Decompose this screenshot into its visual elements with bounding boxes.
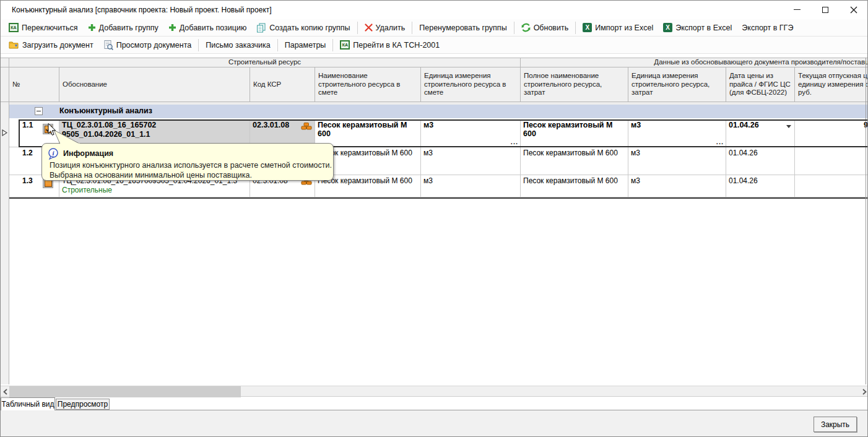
toolbar-separator (277, 39, 278, 51)
toolbar-documents: Загрузить документ Просмотр документа Пи… (1, 37, 868, 54)
row-indicator-strip (1, 102, 9, 384)
close-window-button[interactable] (840, 1, 868, 19)
row-1-1-unit-full-cell[interactable]: м3 ... (628, 119, 726, 147)
goto-ka-tsn-button[interactable]: КА Перейти в КА ТСН-2001 (335, 38, 445, 51)
row-1-1-price-cell[interactable]: 9 (795, 119, 868, 147)
maximize-button[interactable] (811, 1, 840, 19)
add-position-button[interactable]: Добавить позицию (163, 22, 252, 34)
preview-doc-icon (103, 40, 113, 50)
info-tooltip: i Информация Позиция конъюнктурного анал… (41, 143, 334, 181)
ka-icon: КА (9, 23, 19, 32)
toolbar-separator (514, 22, 514, 34)
current-row-marker-icon (2, 129, 7, 136)
toolbar-separator (357, 22, 358, 34)
row-1-3-unit-full-cell[interactable]: м3 (628, 175, 726, 197)
group-row-label: Конъюнктурный анализ (59, 106, 152, 115)
scrollbar-thumb[interactable] (9, 386, 241, 397)
renumber-groups-button[interactable]: Перенумеровать группы (414, 22, 511, 34)
export-excel-button[interactable]: X Экспорт в Excel (658, 21, 737, 34)
tab-preview[interactable]: Предпросмотр (56, 399, 110, 410)
row-1-3-price-date-cell[interactable]: 01.04.26 (726, 175, 795, 197)
export-gge-button[interactable]: Экспорт в ГГЭ (737, 22, 798, 34)
excel-icon: X (663, 23, 672, 32)
scroll-right-button[interactable] (860, 386, 868, 397)
chevron-right-icon (862, 389, 867, 395)
row-1-2-full-name-cell[interactable]: Песок керамзитовый М 600 (521, 147, 628, 175)
info-icon: i (48, 148, 59, 160)
close-icon (850, 6, 857, 14)
row-1-1-full-name-cell[interactable]: Песок керамзитовый М 600 (521, 119, 628, 147)
row-1-2-unit-estimate-cell[interactable]: м3 (421, 147, 521, 175)
toolbar-separator (575, 22, 576, 34)
scroll-left-button[interactable] (1, 386, 9, 397)
load-document-button[interactable]: Загрузить документ (4, 38, 98, 51)
ka-icon: КА (340, 40, 350, 50)
row-1-1-price-date-cell[interactable]: 01.04.26 (726, 119, 795, 147)
chevron-left-icon (3, 389, 7, 395)
tooltip-text-line: Выбрана на основании минимальной цены по… (50, 171, 252, 180)
copy-group-button[interactable]: Создать копию группы (251, 21, 355, 35)
horizontal-scrollbar[interactable] (1, 386, 868, 397)
title-bar: Конъюнктурный анализ [справочник проекта… (1, 1, 867, 19)
minimize-button[interactable] (783, 1, 811, 19)
column-header-basis[interactable]: Обоснование (59, 67, 250, 102)
column-header-ksr-code[interactable]: Код КСР (250, 67, 315, 102)
ellipsis-editor-button[interactable]: ... (511, 137, 518, 146)
bricks-icon (301, 122, 312, 130)
column-header-price-date[interactable]: Дата цены из прайса / ФГИС ЦС (для ФСБЦ-… (726, 67, 795, 102)
maximize-icon (822, 7, 828, 13)
collapse-group-button[interactable] (35, 107, 43, 115)
column-header-unit-full[interactable]: Единица измерения строительного ресурса,… (628, 67, 726, 102)
refresh-button[interactable]: Обновить (516, 21, 574, 34)
row-1-3-price-cell[interactable] (795, 175, 868, 197)
import-excel-button[interactable]: X Импорт из Excel (578, 21, 658, 34)
grid-right-border (866, 58, 866, 384)
close-button[interactable]: Закрыть (814, 417, 857, 432)
grid-corner (1, 58, 9, 67)
row-1-2-unit-full-cell[interactable]: м3 (628, 147, 726, 175)
row-1-1-unit-estimate-cell[interactable]: м3 ... (421, 119, 521, 147)
tooltip-title: Информация (63, 149, 113, 158)
column-header-name-estimate[interactable]: Наименование строительного ресурса в сме… (315, 67, 421, 102)
column-header-current-price[interactable]: Текущая отпускная цена за единицу измере… (795, 67, 868, 102)
mouse-cursor (48, 123, 57, 136)
tooltip-text-line: Позиция конъюнктурного анализа используе… (50, 161, 332, 170)
row-1-3-unit-estimate-cell[interactable]: м3 (421, 175, 521, 197)
minus-icon (37, 111, 41, 111)
band-supplier-document-data[interactable]: Данные из обосновывающего документа прои… (521, 58, 868, 67)
toolbar-separator (198, 39, 199, 51)
switch-button[interactable]: КА Переключиться (4, 21, 83, 34)
minimize-icon (794, 9, 801, 10)
footer-panel: Закрыть (1, 410, 868, 437)
band-construction-resource[interactable]: Строительный ресурс (9, 58, 521, 67)
ellipsis-editor-button[interactable]: ... (716, 137, 724, 146)
window-title: Конъюнктурный анализ [справочник проекта… (12, 6, 272, 14)
table-end-line (9, 197, 868, 199)
tab-strip-line (1, 410, 868, 410)
customer-letter-button[interactable]: Письмо заказчика (201, 39, 276, 51)
row-1-3-full-name-cell[interactable]: Песок керамзитовый М 600 (521, 175, 628, 197)
delete-x-icon (365, 24, 373, 32)
toolbar-main: КА Переключиться Добавить группу Добавит… (1, 19, 868, 37)
excel-icon: X (583, 23, 592, 32)
view-document-button[interactable]: Просмотр документа (98, 38, 197, 52)
plus-icon (88, 24, 96, 32)
grid-corner (1, 67, 9, 102)
parameters-button[interactable]: Параметры (280, 39, 331, 51)
tab-table-view[interactable]: Табличный вид (1, 397, 55, 410)
row-1-2-price-cell[interactable] (795, 147, 868, 175)
copy-icon (256, 23, 266, 33)
date-dropdown-icon[interactable] (786, 125, 791, 128)
folder-icon (9, 40, 19, 50)
row-1-2-price-date-cell[interactable]: 01.04.26 (726, 147, 795, 175)
column-header-unit-estimate[interactable]: Единица измерения строительного ресурса … (421, 67, 521, 102)
column-header-num[interactable]: № (9, 67, 59, 102)
delete-button[interactable]: Удалить (360, 22, 410, 34)
toolbar-separator (412, 22, 412, 34)
toolbar-separator (332, 39, 333, 51)
app-window: Конъюнктурный анализ [справочник проекта… (0, 0, 868, 437)
add-group-button[interactable]: Добавить группу (83, 22, 163, 34)
column-header-full-name[interactable]: Полное наименование строительного ресурс… (521, 67, 628, 102)
group-row-conjuncture-analysis[interactable]: Конъюнктурный анализ (9, 105, 868, 118)
plus-icon (168, 24, 176, 32)
